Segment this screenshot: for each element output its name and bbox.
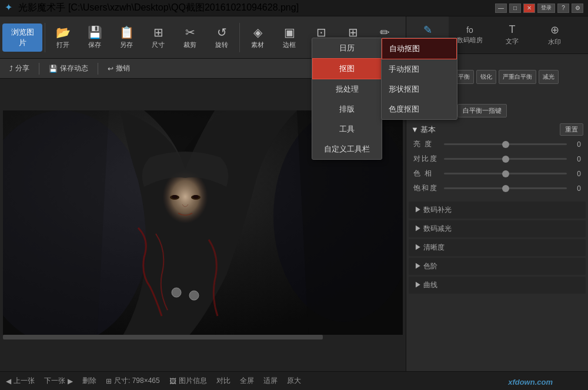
clarity-header[interactable]: ▶ 清晰度 (409, 239, 586, 256)
saveas-tool[interactable]: 📋 另存 (111, 20, 142, 55)
curves-section: ▶ 曲线 (409, 277, 586, 294)
share-button[interactable]: ⤴ 分享 (5, 62, 34, 75)
dropdown-item-custom[interactable]: 自定义工具栏 (312, 139, 382, 159)
dropdown-item-cutout[interactable]: 抠图 (312, 58, 382, 79)
serious-wb-button[interactable]: 严重白平衡 (499, 70, 536, 84)
reduce-light-button[interactable]: 减光 (539, 70, 559, 84)
material-tool[interactable]: ◈ 素材 (242, 20, 273, 55)
svg-point-6 (172, 195, 178, 199)
hue-thumb[interactable] (502, 170, 509, 177)
dropdown-item-calendar[interactable]: 日历 (312, 38, 382, 58)
scrollbar-thumb-h[interactable] (3, 335, 323, 339)
contrast-thumb[interactable] (502, 156, 509, 163)
curves-header[interactable]: ▶ 曲线 (409, 277, 586, 294)
dimensions-display: ⊞ 尺寸: 798×465 (106, 376, 160, 386)
digital-dim-header[interactable]: ▶ 数码减光 (409, 220, 586, 237)
open-tool[interactable]: 📂 打开 (48, 20, 78, 55)
fit-button[interactable]: 适屏 (263, 376, 278, 386)
digital-fill-header[interactable]: ▶ 数码补光 (409, 201, 586, 218)
browse-button[interactable]: 浏览图片 (2, 23, 42, 52)
contrast-label: 对比度 (413, 154, 442, 164)
title-controls: — □ ✕ 登录 ? ⚙ (495, 4, 583, 13)
maximize-button[interactable]: □ (509, 4, 521, 13)
size-tool[interactable]: ⊞ 尺寸 (143, 20, 173, 55)
share-icon: ⤴ (9, 65, 13, 73)
reset-button[interactable]: 重置 (560, 123, 583, 136)
sub-item-auto-cutout[interactable]: 自动抠图 (382, 38, 457, 59)
svg-point-9 (189, 291, 199, 300)
undo-label: 撤销 (116, 63, 130, 73)
clarity-section: ▶ 清晰度 (409, 239, 586, 256)
digital-dim-section: ▶ 数码减光 (409, 220, 586, 237)
watermark-tab-label: 水印 (548, 38, 561, 46)
hue-slider-row: 色 相 0 (413, 169, 581, 179)
fullscreen-label: 全屏 (240, 376, 254, 386)
digital-icon: fo (466, 25, 473, 35)
sub-item-shape-cutout[interactable]: 形状抠图 (382, 79, 457, 99)
minimize-button[interactable]: — (495, 4, 507, 13)
crop-tool[interactable]: ✂ 裁剪 (175, 20, 205, 55)
basic-section: ▼ 基本 重置 亮 度 0 对比度 0 色 相 (406, 123, 588, 198)
white-balance-one-key-button[interactable]: 白平衡一指键 (457, 104, 507, 117)
save-icon: 💾 (88, 25, 102, 39)
save-tool[interactable]: 💾 保存 (79, 20, 110, 55)
fullscreen-button[interactable]: 全屏 (240, 376, 254, 386)
basic-icon: ✎ (423, 23, 432, 36)
crop-label: 裁剪 (183, 41, 196, 49)
title-label: 光影魔术手 [C:\Users\xzwh\Desktop\QQ截图2016102… (18, 2, 299, 12)
image-info-label: 图片信息 (179, 376, 207, 386)
dimensions-icon: ⊞ (106, 377, 112, 385)
contrast-button[interactable]: 对比 (216, 376, 230, 386)
close-button[interactable]: ✕ (523, 4, 535, 13)
toolbar-separator-2 (239, 23, 240, 52)
delete-button[interactable]: 删除 (82, 376, 96, 386)
levels-header[interactable]: ▶ 色阶 (409, 258, 586, 275)
sub-item-color-cutout[interactable]: 色度抠图 (382, 99, 457, 119)
size-icon: ⊞ (153, 25, 163, 39)
title-text: ✦ 光影魔术手 [C:\Users\xzwh\Desktop\QQ截图20161… (5, 2, 299, 14)
horizontal-scrollbar[interactable] (3, 335, 403, 339)
open-label: 打开 (56, 41, 69, 49)
settings-button[interactable]: ⚙ (572, 4, 583, 13)
save-action-icon: 💾 (49, 65, 58, 73)
collapsible-container: ▶ 数码补光 ▶ 数码减光 ▶ 清晰度 ▶ 色阶 ▶ 曲线 (406, 201, 588, 295)
original-size-button[interactable]: 原大 (287, 376, 301, 386)
tab-watermark[interactable]: ⊕ 水印 (533, 16, 576, 54)
saturation-track (444, 187, 567, 189)
help-button[interactable]: ? (557, 4, 569, 13)
brightness-label: 亮 度 (413, 139, 442, 149)
text-icon: T (509, 23, 516, 36)
share-label: 分享 (15, 63, 29, 73)
next-button[interactable]: 下一张 ▶ (44, 376, 73, 386)
dropdown-item-tools[interactable]: 工具 (312, 119, 382, 139)
hue-value: 0 (569, 170, 581, 178)
frame-icon: ▣ (284, 25, 295, 39)
undo-button[interactable]: ↩ 撤销 (103, 62, 135, 75)
action-separator-2 (98, 63, 98, 75)
digital-fill-section: ▶ 数码补光 (409, 201, 586, 218)
saturation-thumb[interactable] (502, 185, 509, 192)
sliders-container: 亮 度 0 对比度 0 色 相 0 (411, 139, 583, 193)
saveas-icon: 📋 (119, 25, 134, 39)
watermark-icon: ⊕ (550, 23, 559, 36)
save-action-button[interactable]: 💾 保存动态 (44, 62, 93, 75)
tab-text[interactable]: T 文字 (491, 16, 533, 54)
contrast-label: 对比 (216, 376, 230, 386)
image-info-button[interactable]: 🖼 图片信息 (169, 376, 207, 386)
frame-tool[interactable]: ▣ 边框 (274, 20, 305, 55)
dropdown-menu: 日历 抠图 批处理 排版 工具 自定义工具栏 (312, 38, 382, 160)
watermark-text: xfdown.com (508, 378, 553, 386)
next-label: 下一张 (44, 376, 65, 386)
prev-button[interactable]: ◀ 上一张 (6, 376, 35, 386)
open-icon: 📂 (56, 25, 71, 39)
contrast-track (444, 158, 567, 160)
image-info-icon: 🖼 (169, 377, 176, 385)
sharpen-button[interactable]: 锐化 (476, 70, 496, 84)
dropdown-item-batch[interactable]: 批处理 (312, 79, 382, 99)
brightness-thumb[interactable] (502, 141, 509, 148)
sub-item-manual-cutout[interactable]: 手动抠图 (382, 59, 457, 79)
hue-track (444, 173, 567, 174)
rotate-tool[interactable]: ↺ 旋转 (206, 20, 237, 55)
dropdown-item-typeset[interactable]: 排版 (312, 99, 382, 119)
login-button[interactable]: 登录 (537, 4, 555, 13)
